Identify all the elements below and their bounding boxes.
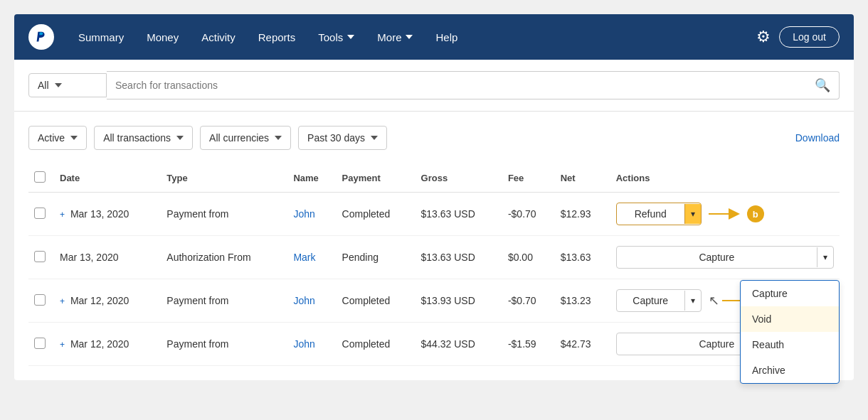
refund-action-button[interactable]: Refund ▾ xyxy=(616,203,702,225)
table-row: + Mar 12, 2020 Payment from John Complet… xyxy=(28,279,840,323)
cell-date: + Mar 12, 2020 xyxy=(54,323,161,366)
navbar: Summary Money Activity Reports Tools Mor… xyxy=(14,14,854,60)
nav-links: Summary Money Activity Reports Tools Mor… xyxy=(68,26,756,49)
filters-row: Active All transactions All currencies P… xyxy=(28,126,840,150)
dropdown-archive[interactable]: Archive xyxy=(741,357,839,383)
status-chevron-icon xyxy=(70,136,78,140)
cell-name: Mark xyxy=(287,236,336,279)
col-date: Date xyxy=(54,164,161,193)
row-expand-icon[interactable]: + xyxy=(60,340,65,350)
cell-net: $13.63 xyxy=(555,236,610,279)
nav-money[interactable]: Money xyxy=(137,26,189,49)
table-row: Mar 13, 2020 Authorization From Mark Pen… xyxy=(28,236,840,279)
capture-dropdown-arrow[interactable]: ▾ xyxy=(817,247,833,267)
currency-chevron-icon xyxy=(275,136,282,140)
period-filter[interactable]: Past 30 days xyxy=(298,126,387,150)
search-icon[interactable]: 🔍 xyxy=(815,77,830,93)
name-link[interactable]: Mark xyxy=(293,252,315,263)
cell-name: John xyxy=(287,193,336,236)
col-type: Type xyxy=(161,164,287,193)
annotation-b-badge: b xyxy=(747,205,764,222)
capture-action-button-2[interactable]: Capture ▾ xyxy=(616,289,702,312)
capture-action-button[interactable]: Capture ▾ xyxy=(616,246,834,269)
dropdown-void[interactable]: Void xyxy=(741,306,839,332)
nav-activity[interactable]: Activity xyxy=(191,26,245,49)
row-expand-icon[interactable]: + xyxy=(60,296,65,306)
navbar-actions: ⚙ Log out xyxy=(756,26,840,48)
row-expand-icon[interactable]: + xyxy=(60,210,65,220)
cursor-icon: ↖ xyxy=(709,293,719,308)
nav-help[interactable]: Help xyxy=(425,26,467,49)
type-chevron-icon xyxy=(176,136,184,140)
tools-chevron-icon xyxy=(347,35,354,39)
paypal-logo xyxy=(28,24,54,50)
name-link[interactable]: John xyxy=(293,295,314,306)
cell-action: Refund ▾ b xyxy=(610,193,840,236)
nav-reports[interactable]: Reports xyxy=(248,26,306,49)
col-name: Name xyxy=(287,164,336,193)
table-row: + Mar 12, 2020 Payment from John Complet… xyxy=(28,323,840,366)
col-gross: Gross xyxy=(416,164,502,193)
cell-date: + Mar 13, 2020 xyxy=(54,193,161,236)
refund-dropdown-arrow[interactable]: ▾ xyxy=(684,204,701,224)
more-chevron-icon xyxy=(406,35,413,39)
name-link[interactable]: John xyxy=(293,338,314,350)
logout-button[interactable]: Log out xyxy=(779,26,840,48)
dropdown-reauth[interactable]: Reauth xyxy=(741,332,839,357)
cell-payment: Pending xyxy=(337,236,416,279)
name-link[interactable]: John xyxy=(293,208,314,220)
cell-date: + Mar 12, 2020 xyxy=(54,279,161,323)
row-checkbox[interactable] xyxy=(34,208,46,219)
cell-net: $42.73 xyxy=(555,323,610,366)
transactions-table: Date Type Name Payment Gross Fee Net Act… xyxy=(28,164,840,366)
row-checkbox[interactable] xyxy=(34,251,46,262)
download-button[interactable]: Download xyxy=(795,132,840,144)
dropdown-capture[interactable]: Capture xyxy=(741,281,839,306)
nav-summary[interactable]: Summary xyxy=(68,26,134,49)
cell-net: $13.23 xyxy=(555,279,610,323)
annotation-b-arrow xyxy=(709,208,744,220)
cell-gross: $13.63 USD xyxy=(416,193,502,236)
period-chevron-icon xyxy=(371,136,378,140)
cell-date: Mar 13, 2020 xyxy=(54,236,161,279)
nav-tools[interactable]: Tools xyxy=(308,26,364,49)
select-all-checkbox[interactable] xyxy=(34,171,46,183)
cell-payment: Completed xyxy=(337,279,416,323)
cell-payment: Completed xyxy=(337,193,416,236)
nav-more[interactable]: More xyxy=(367,26,423,49)
row-checkbox[interactable] xyxy=(34,294,46,306)
status-filter[interactable]: Active xyxy=(28,126,87,150)
action-dropdown-menu: Capture Void Reauth Archive xyxy=(740,280,840,384)
row-checkbox[interactable] xyxy=(34,338,46,349)
cell-name: John xyxy=(287,323,336,366)
search-input[interactable] xyxy=(115,80,815,91)
cell-net: $12.93 xyxy=(555,193,610,236)
col-fee: Fee xyxy=(502,164,555,193)
main-content: Active All transactions All currencies P… xyxy=(14,112,854,380)
cell-gross: $44.32 USD xyxy=(416,323,502,366)
cell-type: Payment from xyxy=(161,279,287,323)
type-filter[interactable]: All transactions xyxy=(94,126,193,150)
cell-action: Capture ▾ Capture Void Reauth Archive xyxy=(610,236,840,279)
search-input-wrap: 🔍 xyxy=(107,71,840,99)
cell-fee: -$0.70 xyxy=(502,193,555,236)
search-filter-dropdown[interactable]: All xyxy=(28,73,107,97)
col-net: Net xyxy=(555,164,610,193)
cell-fee: $0.00 xyxy=(502,236,555,279)
cell-gross: $13.63 USD xyxy=(416,236,502,279)
cell-gross: $13.93 USD xyxy=(416,279,502,323)
table-row: + Mar 13, 2020 Payment from John Complet… xyxy=(28,193,840,236)
cell-type: Payment from xyxy=(161,323,287,366)
cell-type: Payment from xyxy=(161,193,287,236)
settings-button[interactable]: ⚙ xyxy=(756,28,771,46)
cell-name: John xyxy=(287,279,336,323)
filter-chevron-icon xyxy=(55,83,62,87)
cell-payment: Completed xyxy=(337,323,416,366)
search-bar: All 🔍 xyxy=(14,60,854,112)
col-actions: Actions xyxy=(610,164,840,193)
cell-type: Authorization From xyxy=(161,236,287,279)
cell-fee: -$0.70 xyxy=(502,279,555,323)
currency-filter[interactable]: All currencies xyxy=(200,126,291,150)
col-payment: Payment xyxy=(337,164,416,193)
capture-dropdown-arrow-2[interactable]: ▾ xyxy=(684,291,701,311)
